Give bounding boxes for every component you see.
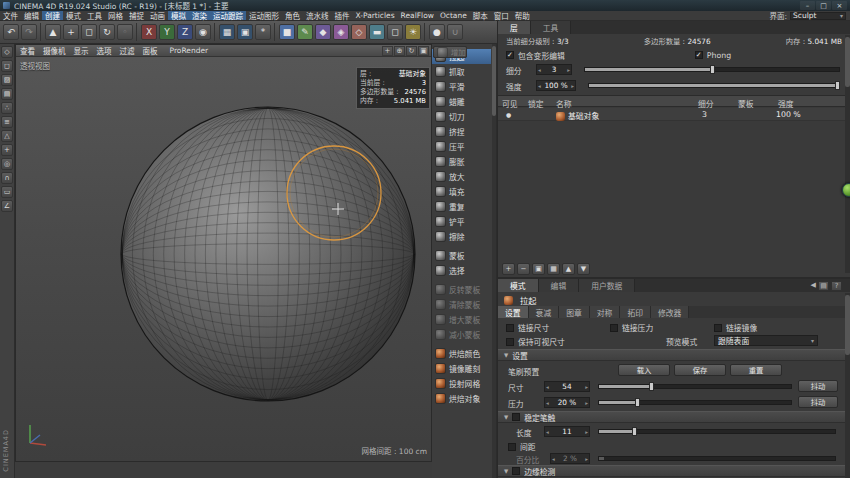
duplicate-layer-icon[interactable]: ▣ — [532, 263, 545, 275]
sculpt-select[interactable]: 选择 — [432, 263, 491, 278]
subtab-falloff[interactable]: 衰减 — [529, 306, 560, 318]
subdivision-slider[interactable] — [584, 67, 840, 72]
steady-stroke-section-header[interactable]: ▼ 稳定笔触 — [498, 411, 850, 423]
edge-detect-section-header[interactable]: ▼ 边缘检测 — [498, 465, 850, 477]
texture-mode-icon[interactable]: ▨ — [1, 74, 13, 86]
sculpt-increase[interactable]: 增加 — [433, 46, 467, 58]
make-editable-icon[interactable]: ◇ — [1, 46, 13, 58]
viewport[interactable]: 查看摄像机显示选项过滤面板 ProRender +⊕↻▣ 透视视图 — [15, 44, 432, 462]
plugin-badge[interactable] — [842, 183, 850, 197]
tab-edit[interactable]: 编辑 — [539, 279, 580, 292]
sculpt-smooth[interactable]: 平滑 — [432, 79, 491, 94]
points-mode-icon[interactable]: ∴ — [1, 102, 13, 114]
menu-item[interactable]: 网格 — [105, 11, 126, 20]
brush-pressure-field[interactable]: ◂20 %▸ — [544, 397, 590, 408]
coordinate-system-icon[interactable]: ◉ — [195, 24, 211, 40]
layer-visibility-dot[interactable]: ● — [506, 111, 511, 118]
grow-mask[interactable]: 增大蒙板 — [432, 312, 491, 327]
live-selection-icon[interactable]: ▲ — [45, 24, 61, 40]
load-preset-button[interactable]: 载入 — [618, 364, 670, 376]
clear-mask[interactable]: 清除蒙板 — [432, 297, 491, 312]
toggle-view-icon[interactable]: ▣ — [418, 46, 429, 56]
move-layer-down-icon[interactable]: ▼ — [577, 263, 590, 275]
reset-preset-button[interactable]: 重置 — [730, 364, 782, 376]
last-tool-icon[interactable]: ◦ — [117, 24, 133, 40]
save-preset-button[interactable]: 保存 — [674, 364, 726, 376]
generator-icon[interactable]: ◈ — [333, 24, 349, 40]
menu-item[interactable]: X-Particles — [353, 11, 398, 20]
tab-mode[interactable]: 模式 — [498, 279, 539, 292]
pressure-jitter-button[interactable]: 抖动 — [798, 396, 838, 408]
sculpt-flatten[interactable]: 压平 — [432, 139, 491, 154]
rotate-view-icon[interactable]: ↻ — [406, 46, 417, 56]
model-mode-icon[interactable]: ◻ — [1, 60, 13, 72]
checkbox[interactable] — [506, 51, 514, 59]
viewport-menu-prorender[interactable]: ProRender — [166, 46, 213, 55]
subtab-modifiers[interactable]: 修改器 — [651, 306, 689, 318]
environment-icon[interactable]: ▬ — [369, 24, 385, 40]
menu-item[interactable]: 模式 — [63, 11, 84, 20]
menu-item[interactable]: 工具 — [84, 11, 105, 20]
z-axis-lock-icon[interactable]: Z — [177, 24, 193, 40]
pan-view-icon[interactable]: + — [382, 46, 393, 56]
link-mirror-checkbox[interactable] — [714, 324, 722, 332]
project-mesh[interactable]: 投射网格 — [432, 376, 491, 391]
mirror-sculpt[interactable]: 镜像雕刻 — [432, 361, 491, 376]
snap-icon[interactable]: ∪ — [447, 24, 463, 40]
viewport-menu-item[interactable]: 过滤 — [116, 45, 139, 56]
maximize-button[interactable]: □ — [816, 1, 831, 10]
add-layer-icon[interactable]: + — [502, 263, 515, 275]
tab-userdata[interactable]: 用户数据 — [579, 279, 635, 292]
invert-mask[interactable]: 反转蒙板 — [432, 282, 491, 297]
sculpt-fill[interactable]: 填充 — [432, 184, 491, 199]
subdivision-field[interactable]: ◂3▸ — [536, 64, 572, 75]
subtab-stencil[interactable]: 拓印 — [620, 306, 651, 318]
bake-color[interactable]: 烘焙颜色 — [432, 346, 491, 361]
steady-length-slider[interactable] — [598, 429, 836, 434]
add-cube-icon[interactable]: ■ — [279, 24, 295, 40]
sculpt-mask[interactable]: 蒙板 — [432, 248, 491, 263]
zoom-view-icon[interactable]: ⊕ — [394, 46, 405, 56]
link-pressure-checkbox[interactable] — [610, 324, 618, 332]
menu-item[interactable]: 文件 — [0, 11, 21, 20]
subdivision-surface-icon[interactable]: ◆ — [315, 24, 331, 40]
toolbar-icon[interactable] — [136, 23, 138, 41]
locked-workplane-icon[interactable]: ▭ — [1, 186, 13, 198]
sculpt-grab[interactable]: 抓取 — [432, 64, 491, 79]
viewport-menu-item[interactable]: 查看 — [16, 45, 39, 56]
x-axis-lock-icon[interactable]: X — [141, 24, 157, 40]
menu-item[interactable]: 渲染 — [189, 11, 210, 20]
light-icon[interactable]: ☀ — [405, 24, 421, 40]
sculpt-pinch[interactable]: 挤捏 — [432, 124, 491, 139]
toolbar-icon[interactable] — [424, 23, 426, 41]
redo-icon[interactable]: ↷ — [21, 24, 37, 40]
edges-mode-icon[interactable]: ≡ — [1, 116, 13, 128]
menu-item[interactable]: 角色 — [282, 11, 303, 20]
scale-icon[interactable]: ◻ — [81, 24, 97, 40]
snap-toggle-icon[interactable]: ∩ — [1, 172, 13, 184]
layer-row[interactable]: ● 基础对象 3 100 % — [498, 108, 850, 121]
toolbar-icon[interactable] — [274, 23, 276, 41]
panel-options-icon[interactable]: ▤ — [818, 281, 829, 291]
palette-scrollbar[interactable] — [492, 44, 496, 478]
menu-item[interactable]: 模拟 — [168, 11, 189, 20]
settings-section-header[interactable]: ▼ 设置 — [498, 349, 850, 361]
menu-item[interactable]: 脚本 — [470, 11, 491, 20]
link-size-checkbox[interactable] — [506, 324, 514, 332]
menu-item[interactable]: Octane — [437, 11, 470, 20]
strength-slider[interactable] — [588, 83, 840, 88]
camera-icon[interactable]: ◻ — [387, 24, 403, 40]
viewport-menu-item[interactable]: 选项 — [93, 45, 116, 56]
sculpt-inflate[interactable]: 膨胀 — [432, 154, 491, 169]
menu-item[interactable]: 编辑 — [21, 11, 42, 20]
move-icon[interactable]: + — [63, 24, 79, 40]
bake-sculpt-object[interactable]: 烘焙对象 — [432, 391, 491, 406]
sculpt-knife[interactable]: 切刀 — [432, 109, 491, 124]
menu-item[interactable]: 插件 — [332, 11, 353, 20]
brush-size-slider[interactable] — [598, 384, 792, 389]
keep-visual-size-checkbox[interactable] — [506, 338, 514, 346]
brush-size-field[interactable]: ◂54▸ — [544, 381, 590, 392]
tab-layers[interactable]: 层 — [498, 21, 531, 34]
menu-item[interactable]: 动画 — [147, 11, 168, 20]
menu-item[interactable]: 运动图形 — [246, 11, 282, 20]
